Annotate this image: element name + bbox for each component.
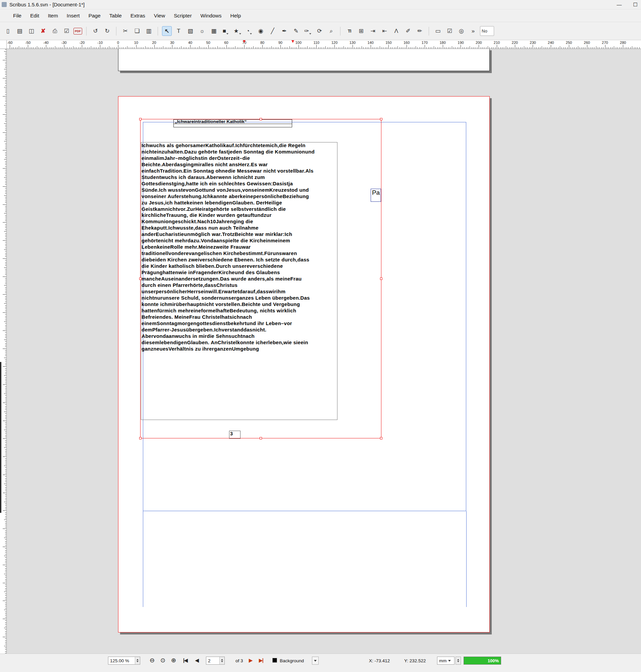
spin-up-icon[interactable] [221, 659, 223, 660]
insert-text-frame-icon[interactable]: T [174, 26, 183, 36]
menu-table[interactable]: Table [105, 11, 126, 21]
menu-scripter[interactable]: Scripter [169, 11, 196, 21]
toolbar-separator [86, 27, 86, 36]
toolbar-separator [116, 27, 117, 36]
selection-handle-middle-left[interactable] [139, 278, 141, 280]
menu-view[interactable]: View [150, 11, 169, 21]
pdf-radio-button-icon[interactable]: ◎ [456, 26, 466, 36]
insert-line-icon[interactable]: ╱ [268, 26, 277, 36]
zoom-in-button[interactable]: ⊕ [171, 657, 176, 664]
layer-name: Background [280, 658, 304, 663]
next-page-button[interactable]: ▶ [249, 658, 252, 663]
vertical-ruler[interactable] [0, 49, 7, 654]
rotate-item-icon[interactable]: ⟳ [315, 26, 324, 36]
zoom-default-button[interactable]: ⊙ [160, 657, 165, 664]
insert-arc-icon[interactable]: ◔ [244, 26, 254, 36]
cut-icon[interactable]: ✂ [120, 26, 130, 36]
page-number-field[interactable]: 2 [206, 657, 225, 664]
paste-icon[interactable]: ▥ [144, 26, 154, 36]
open-document-icon[interactable]: ▤ [15, 26, 25, 36]
unit-spinner[interactable] [455, 657, 461, 664]
toolbar-overflow-button[interactable]: » [468, 26, 478, 36]
menu-item[interactable]: Item [44, 11, 63, 21]
selection-handle-top-middle[interactable] [260, 118, 262, 120]
menu-page[interactable]: Page [84, 11, 105, 21]
save-as-pdf-icon[interactable]: PDF [73, 28, 82, 34]
cursor-y-readout: Y: 232.522 [404, 658, 426, 663]
ruler-tab-marker[interactable] [243, 40, 246, 43]
insert-spiral-icon[interactable]: ◉ [256, 26, 265, 36]
menu-edit[interactable]: Edit [26, 11, 44, 21]
zoom-out-button[interactable]: ⊖ [150, 657, 155, 664]
spin-up-icon[interactable] [457, 659, 459, 660]
selection-handle-bottom-right[interactable] [380, 437, 382, 439]
insert-polygon-icon[interactable]: ★ [232, 26, 242, 36]
insert-render-frame-icon[interactable]: ☼ [197, 26, 207, 36]
menubar: FileEditItemInsertPageTableExtrasViewScr… [0, 9, 641, 22]
preview-mode-combo[interactable]: No [480, 26, 494, 36]
undo-icon[interactable]: ↺ [91, 26, 100, 36]
horizontal-ruler[interactable]: -60-50-40-30-20-100102030405060708090100… [7, 40, 641, 49]
spin-down-icon[interactable] [221, 661, 223, 662]
maximize-button[interactable]: ☐ [633, 2, 638, 8]
link-text-frames-icon[interactable]: ⇥ [368, 26, 378, 36]
selection-handle-top-right[interactable] [380, 118, 382, 120]
menu-help[interactable]: Help [226, 11, 245, 21]
edit-text-story-editor-icon[interactable]: ⊞ [356, 26, 366, 36]
layer-dropdown[interactable] [312, 657, 319, 664]
canvas[interactable]: Ichwuchs als gehorsamerKatholikauf.Ichfü… [7, 49, 641, 654]
selection-handle-top-left[interactable] [139, 118, 141, 120]
ruler-origin-corner[interactable] [0, 40, 7, 49]
app-icon [2, 2, 7, 7]
spin-down-icon[interactable] [457, 661, 459, 662]
insert-bezier-curve-icon[interactable]: ✒ [279, 26, 289, 36]
pdf-push-button-icon[interactable]: ▭ [433, 26, 443, 36]
select-item-icon[interactable]: ↖ [162, 26, 172, 36]
cursor-x-readout: X: -73.412 [369, 658, 390, 663]
zoom-spinner[interactable] [135, 657, 140, 664]
page-1-partial[interactable] [118, 49, 490, 71]
selection-handle-middle-right[interactable] [380, 278, 382, 280]
close-document-icon[interactable]: ✘ [38, 26, 48, 36]
save-document-icon[interactable]: ◫ [27, 26, 36, 36]
current-page-value: 2 [208, 658, 210, 663]
preflight-verifier-icon[interactable]: ☑ [62, 26, 71, 36]
chevron-down-icon [448, 660, 451, 662]
spin-up-icon[interactable] [137, 659, 138, 660]
unit-select[interactable]: mm [437, 657, 454, 664]
insert-freehand-line-icon[interactable]: ✎ [291, 26, 301, 36]
selection-handle-bottom-left[interactable] [139, 437, 141, 439]
menu-windows[interactable]: Windows [196, 11, 226, 21]
insert-image-frame-icon[interactable]: ▧ [186, 26, 195, 36]
first-page-button[interactable]: |◀ [183, 658, 188, 663]
unlink-text-frames-icon[interactable]: ⇤ [380, 26, 390, 36]
zoom-level-field[interactable]: 125.00 % [108, 657, 140, 664]
menu-extras[interactable]: Extras [126, 11, 150, 21]
edit-contents-of-frame-icon[interactable]: TI [344, 26, 354, 36]
page-spinner[interactable] [219, 657, 224, 664]
ruler-tab-marker[interactable] [291, 40, 294, 43]
menu-insert[interactable]: Insert [63, 11, 84, 21]
new-document-icon[interactable]: ▯ [3, 26, 13, 36]
pdf-check-box-icon[interactable]: ☑ [445, 26, 454, 36]
insert-shape-icon[interactable]: ■ [221, 26, 230, 36]
copy-icon[interactable]: ❏ [132, 26, 142, 36]
redo-icon[interactable]: ↻ [102, 26, 112, 36]
last-page-button[interactable]: ▶| [259, 658, 263, 663]
insert-calligraphic-line-icon[interactable]: ✑ [303, 26, 313, 36]
selection-rectangle[interactable] [140, 119, 381, 438]
titlebar: Scribus 1.5.6.svn - [Document-1*] — ☐ [0, 0, 641, 9]
selection-handle-bottom-middle[interactable] [260, 437, 262, 439]
minimize-button[interactable]: — [617, 2, 622, 8]
eye-dropper-icon[interactable]: ✏ [415, 26, 425, 36]
copy-item-properties-icon[interactable]: ✐ [403, 26, 413, 36]
insert-table-icon[interactable]: ▦ [209, 26, 219, 36]
statusbar: 125.00 % ⊖ ⊙ ⊕ |◀ ◀ 2 of 3 ▶ ▶| Backgrou… [0, 654, 641, 672]
print-document-icon[interactable]: ⎙ [50, 26, 60, 36]
previous-page-button[interactable]: ◀ [195, 658, 199, 663]
spin-down-icon[interactable] [137, 661, 138, 662]
menu-file[interactable]: File [9, 11, 26, 21]
measurements-icon[interactable]: Λ [392, 26, 401, 36]
margin-guide-left-extension [143, 511, 143, 607]
zoom-icon[interactable]: ⌕ [326, 26, 336, 36]
